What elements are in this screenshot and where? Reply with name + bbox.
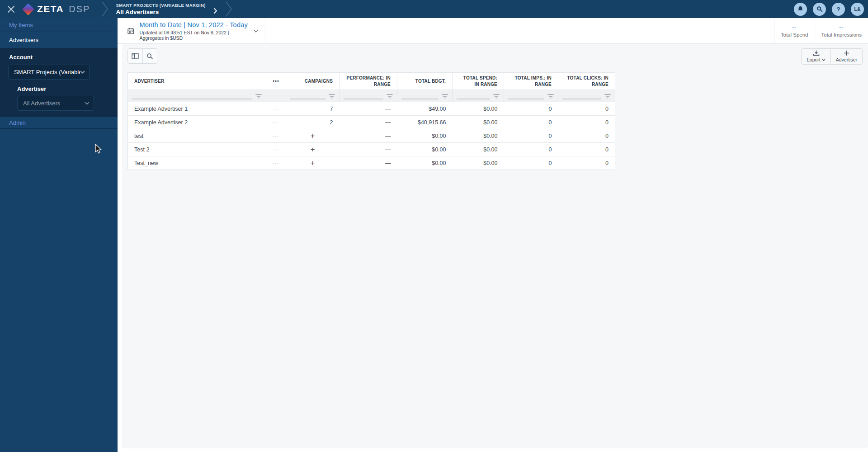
breadcrumb-divider-icon bbox=[102, 1, 108, 17]
filter-input-total-spend[interactable] bbox=[457, 99, 490, 99]
column-header-performance[interactable]: PERFORMANCE: IN RANGE bbox=[340, 73, 397, 90]
filter-icon[interactable] bbox=[255, 94, 262, 99]
advertiser-select-value: All Advertisers bbox=[23, 100, 85, 107]
bell-icon bbox=[797, 5, 804, 13]
filter-row bbox=[128, 90, 615, 102]
filter-icon[interactable] bbox=[329, 94, 335, 99]
breadcrumb-account-name: SMART PROJECTS (VARIABLE MARGIN) bbox=[116, 3, 205, 8]
filter-icon[interactable] bbox=[493, 94, 500, 99]
advertisers-table-wrap: ADVERTISER ••• CAMPAIGNS PERFORMANCE: IN… bbox=[127, 72, 868, 170]
breadcrumb-page-title: All Advertisers bbox=[116, 9, 205, 15]
zeta-dsp-logo[interactable]: ZETA DSP bbox=[20, 4, 90, 14]
advertiser-name-cell[interactable]: Test_new bbox=[128, 156, 266, 170]
filter-input-performance[interactable] bbox=[344, 99, 383, 99]
sidebar-item-admin[interactable]: Admin bbox=[0, 117, 118, 129]
filter-input-total-budget[interactable] bbox=[401, 99, 439, 99]
account-label: Account bbox=[9, 54, 118, 61]
total-imps-cell: 0 bbox=[504, 116, 558, 129]
total-imps-cell: 0 bbox=[504, 156, 558, 170]
question-mark-icon: ? bbox=[837, 6, 840, 13]
advertiser-name-cell[interactable]: test bbox=[128, 129, 266, 143]
total-imps-cell: 0 bbox=[504, 129, 558, 143]
notifications-button[interactable] bbox=[794, 3, 807, 16]
filter-cell-advertiser bbox=[128, 90, 266, 102]
chevron-down-icon bbox=[80, 71, 85, 74]
row-menu-button[interactable]: ··· bbox=[266, 129, 286, 143]
filter-cell-campaigns bbox=[286, 90, 340, 102]
help-button[interactable]: ? bbox=[832, 3, 845, 16]
add-campaign-button[interactable]: + bbox=[286, 143, 340, 156]
filter-cell-performance bbox=[340, 90, 397, 102]
header-row: ADVERTISER ••• CAMPAIGNS PERFORMANCE: IN… bbox=[128, 73, 615, 90]
account-select[interactable]: SMART Projects (Variable M... bbox=[8, 65, 90, 80]
caret-down-icon bbox=[822, 59, 826, 61]
table-row[interactable]: Test 2 ··· + — $0.00 $0.00 0 0 bbox=[128, 143, 615, 156]
column-header-menu[interactable]: ••• bbox=[266, 73, 286, 90]
advertiser-name-cell[interactable]: Example Advertiser 2 bbox=[128, 116, 266, 129]
column-header-total-spend[interactable]: TOTAL SPEND: IN RANGE bbox=[453, 73, 504, 90]
total-spend-value: -- bbox=[792, 24, 797, 30]
chevron-down-icon[interactable] bbox=[253, 29, 259, 33]
global-search-button[interactable] bbox=[813, 3, 826, 16]
close-icon[interactable] bbox=[6, 4, 16, 14]
add-campaign-button[interactable]: + bbox=[286, 156, 340, 170]
table-row[interactable]: Test_new ··· + — $0.00 $0.00 0 0 bbox=[128, 156, 615, 170]
row-menu-button[interactable]: ··· bbox=[266, 156, 286, 170]
table-row[interactable]: Example Advertiser 1 ··· 7 — $49.00 $0.0… bbox=[128, 102, 615, 116]
filter-input-campaigns[interactable] bbox=[290, 99, 326, 99]
search-icon bbox=[146, 53, 153, 60]
advertiser-name-cell[interactable]: Example Advertiser 1 bbox=[128, 102, 266, 116]
calendar-icon bbox=[127, 27, 134, 35]
column-header-total-budget[interactable]: TOTAL BDGT. bbox=[397, 73, 453, 90]
advertiser-label: Advertiser bbox=[17, 85, 118, 92]
total-spend-cell: $0.00 bbox=[453, 129, 504, 143]
add-advertiser-button[interactable]: Advertiser bbox=[830, 49, 862, 64]
column-header-total-clicks[interactable]: TOTAL CLICKS: IN RANGE bbox=[558, 73, 615, 90]
content-panel: Export Advertiser bbox=[122, 44, 868, 448]
total-spend-cell: $0.00 bbox=[453, 116, 504, 129]
filter-icon[interactable] bbox=[442, 94, 448, 99]
total-spend-cell: $0.00 bbox=[453, 102, 504, 116]
add-campaign-button[interactable]: + bbox=[286, 129, 340, 143]
row-menu-button[interactable]: ··· bbox=[266, 143, 286, 156]
filter-icon[interactable] bbox=[387, 94, 393, 99]
sidebar-item-my-items[interactable]: My Items bbox=[0, 18, 118, 32]
performance-cell: — bbox=[340, 102, 397, 116]
export-button[interactable]: Export bbox=[802, 49, 830, 64]
column-header-advertiser[interactable]: ADVERTISER bbox=[128, 73, 266, 90]
user-avatar[interactable]: L& bbox=[851, 3, 864, 16]
performance-cell: — bbox=[340, 143, 397, 156]
breadcrumb-expand-icon[interactable] bbox=[213, 8, 217, 14]
export-label: Export bbox=[807, 57, 820, 62]
total-spend-cell: $0.00 bbox=[453, 143, 504, 156]
table-row[interactable]: test ··· + — $0.00 $0.00 0 0 bbox=[128, 129, 615, 143]
row-menu-button[interactable]: ··· bbox=[266, 102, 286, 116]
date-bar: Month to Date | Nov 1, 2022 - Today Upda… bbox=[118, 18, 868, 44]
table-row[interactable]: Example Advertiser 2 ··· 2 — $40,915.66 … bbox=[128, 116, 615, 129]
filter-icon[interactable] bbox=[604, 94, 611, 99]
filter-input-total-imps[interactable] bbox=[508, 99, 544, 99]
total-spend-stat: -- Total Spend bbox=[774, 18, 815, 43]
column-layout-button[interactable] bbox=[128, 49, 142, 63]
filter-input-advertiser[interactable] bbox=[132, 99, 252, 99]
breadcrumb-current[interactable]: SMART PROJECTS (VARIABLE MARGIN) All Adv… bbox=[116, 3, 221, 15]
filter-cell-total-budget bbox=[397, 90, 453, 102]
column-header-campaigns[interactable]: CAMPAIGNS bbox=[286, 73, 340, 90]
breadcrumb-divider-icon bbox=[226, 1, 232, 17]
advertiser-name-cell[interactable]: Test 2 bbox=[128, 143, 266, 156]
table-search-button[interactable] bbox=[142, 49, 157, 63]
date-range-picker[interactable]: Month to Date | Nov 1, 2022 - Today Upda… bbox=[118, 18, 265, 43]
row-menu-button[interactable]: ··· bbox=[266, 116, 286, 129]
brand-zeta: ZETA bbox=[37, 4, 64, 14]
total-budget-cell: $0.00 bbox=[397, 143, 453, 156]
filter-input-total-clicks[interactable] bbox=[562, 99, 601, 99]
column-header-total-imps[interactable]: TOTAL IMPS.: IN RANGE bbox=[504, 73, 558, 90]
total-impressions-stat: -- Total Impressions bbox=[815, 18, 868, 43]
advertiser-select[interactable]: All Advertisers bbox=[17, 96, 94, 111]
sidebar-item-advertisers[interactable]: Advertisers bbox=[0, 32, 118, 48]
view-controls bbox=[127, 48, 157, 64]
main-content: Month to Date | Nov 1, 2022 - Today Upda… bbox=[118, 18, 868, 452]
filter-icon[interactable] bbox=[547, 94, 554, 99]
total-spend-label: Total Spend bbox=[781, 32, 808, 38]
total-imps-cell: 0 bbox=[504, 102, 558, 116]
